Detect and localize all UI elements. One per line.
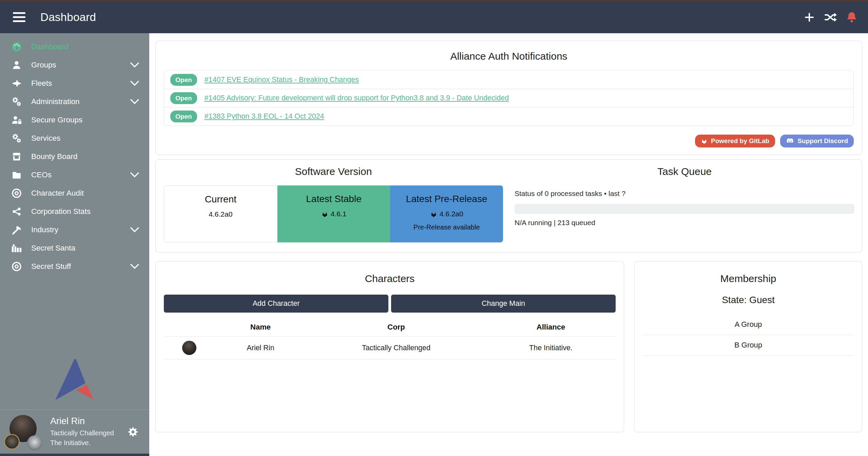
characters-title: Characters <box>164 273 616 284</box>
sidebar-item-label: Dashboard <box>31 42 69 51</box>
chevron-down-icon <box>130 172 139 178</box>
discord-badge-link[interactable]: Support Discord <box>780 135 854 147</box>
gitlab-badge-label: Powered by GitLab <box>711 137 769 145</box>
sidebar-item-fleets[interactable]: Fleets <box>0 74 149 93</box>
task-queue-section: Task Queue Status of 0 processed tasks •… <box>503 166 855 252</box>
task-queue-title: Task Queue <box>515 166 854 177</box>
sidebar-item-label: Bounty Board <box>31 152 77 161</box>
gitlab-icon <box>321 211 328 218</box>
task-queue-status: Status of 0 processed tasks • last ? <box>515 190 854 198</box>
version-stable-box: Latest Stable 4.6.1 <box>277 185 390 242</box>
avatar-column-header <box>164 316 215 337</box>
discord-icon <box>786 138 794 144</box>
notifications-list: Open #1407 EVE Equinox Status - Breaking… <box>164 70 854 126</box>
sidebar-item-label: CEOs <box>31 171 52 179</box>
sidebar-item-secret-santa[interactable]: Secret Santa <box>0 239 149 257</box>
eye-icon <box>11 187 22 199</box>
sidebar-item-bounty-board[interactable]: Bounty Board <box>0 147 149 166</box>
list-item: Open #1405 Advisory: Future development … <box>164 89 853 107</box>
sidebar-bottom-strip <box>0 454 149 456</box>
version-prerelease-header: Latest Pre-Release <box>390 194 503 204</box>
version-stable-number: 4.6.1 <box>331 210 347 218</box>
task-queue-counts: N/A running | 213 queued <box>515 219 854 227</box>
list-item: Open #1383 Python 3.8 EOL - 14 Oct 2024 <box>164 107 853 125</box>
user-icon <box>11 59 22 71</box>
sidebar-item-label: Corporation Stats <box>31 207 91 216</box>
sidebar-item-label: Secure Groups <box>31 116 82 124</box>
sidebar-item-label: Character Audit <box>31 189 84 198</box>
sidebar: Dashboard Groups Fleets <box>0 33 149 456</box>
sidebar-item-services[interactable]: Services <box>0 129 149 147</box>
table-row: Ariel Rin Tactically Challenged The Init… <box>164 337 616 359</box>
sidebar-item-dashboard[interactable]: Dashboard <box>0 38 149 56</box>
jet-icon <box>11 78 22 89</box>
gitlab-icon <box>701 138 708 144</box>
characters-buttons: Add Character Change Main <box>164 295 616 313</box>
sidebar-item-industry[interactable]: Industry <box>0 221 149 239</box>
gitlab-icon <box>430 211 437 218</box>
version-stable-header: Latest Stable <box>277 194 390 204</box>
change-main-button[interactable]: Change Main <box>391 295 616 313</box>
sidebar-item-label: Fleets <box>31 79 52 88</box>
status-badge: Open <box>170 92 197 104</box>
add-button[interactable] <box>804 12 815 23</box>
list-item: B Group <box>643 335 854 356</box>
sidebar-item-secure-groups[interactable]: Secure Groups <box>0 111 149 129</box>
sidebar-item-ceos[interactable]: CEOs <box>0 166 149 184</box>
page: Dashboard <box>0 0 868 456</box>
user-name: Ariel Rin <box>50 416 114 427</box>
menu-toggle-button[interactable] <box>13 12 25 22</box>
gifts-icon <box>11 242 22 254</box>
top-navbar: Dashboard <box>0 1 868 33</box>
hammer-icon <box>11 224 22 236</box>
notifications-bell-button[interactable] <box>846 12 857 23</box>
membership-state: State: Guest <box>643 295 854 305</box>
sidebar-item-label: Groups <box>31 61 56 70</box>
membership-panel: Membership State: Guest A Group B Group <box>634 261 862 432</box>
alliance-logo-badge <box>27 435 42 450</box>
main-content: Alliance Auth Notifications Open #1407 E… <box>149 33 868 456</box>
user-info: Ariel Rin Tactically Challenged The Init… <box>50 416 114 448</box>
sidebar-item-label: Services <box>31 134 60 143</box>
character-name-cell: Ariel Rin <box>215 337 306 359</box>
character-avatar-cell <box>164 337 215 359</box>
sidebar-item-label: Administration <box>31 97 80 106</box>
navbar-actions <box>804 12 857 23</box>
status-badge: Open <box>170 111 197 122</box>
plus-icon <box>804 12 815 23</box>
user-settings-button[interactable] <box>128 427 138 437</box>
add-character-button[interactable]: Add Character <box>164 295 388 313</box>
share-icon <box>11 206 22 217</box>
folder-icon <box>11 169 22 181</box>
discord-badge-label: Support Discord <box>797 137 848 145</box>
user-panel: Ariel Rin Tactically Challenged The Init… <box>0 410 149 454</box>
membership-title: Membership <box>643 273 854 284</box>
sidebar-item-groups[interactable]: Groups <box>0 56 149 74</box>
characters-panel: Characters Add Character Change Main Nam… <box>155 261 624 432</box>
software-version-section: Software Version Current 4.6.2a0 Latest … <box>164 166 503 252</box>
chevron-down-icon <box>130 99 139 104</box>
notification-link[interactable]: #1405 Advisory: Future development will … <box>205 94 509 102</box>
gitlab-badge-link[interactable]: Powered by GitLab <box>695 135 775 147</box>
notification-link[interactable]: #1407 EVE Equinox Status - Breaking Chan… <box>205 76 359 84</box>
shuffle-button[interactable] <box>825 12 837 22</box>
gear-icon <box>128 427 138 437</box>
sidebar-item-secret-stuff[interactable]: Secret Stuff <box>0 257 149 276</box>
notification-link[interactable]: #1383 Python 3.8 EOL - 14 Oct 2024 <box>205 112 324 121</box>
sidebar-menu: Dashboard Groups Fleets <box>0 33 149 276</box>
alliance-column-header: Alliance <box>486 316 616 337</box>
characters-table: Name Corp Alliance Ariel Rin Tactically … <box>164 316 616 359</box>
version-taskqueue-panel: Software Version Current 4.6.2a0 Latest … <box>155 159 862 253</box>
user-avatar-stack <box>8 413 43 451</box>
version-current-box: Current 4.6.2a0 <box>164 185 277 242</box>
sidebar-item-label: Secret Santa <box>31 244 75 253</box>
chevron-down-icon <box>130 81 139 86</box>
sidebar-item-character-audit[interactable]: Character Audit <box>0 184 149 202</box>
corp-column-header: Corp <box>306 316 486 337</box>
eye-icon <box>11 261 22 272</box>
sidebar-item-administration[interactable]: Administration <box>0 93 149 111</box>
sidebar-item-corporation-stats[interactable]: Corporation Stats <box>0 202 149 221</box>
version-current-header: Current <box>164 194 277 205</box>
shuffle-icon <box>825 12 837 22</box>
notifications-title: Alliance Auth Notifications <box>164 51 854 62</box>
